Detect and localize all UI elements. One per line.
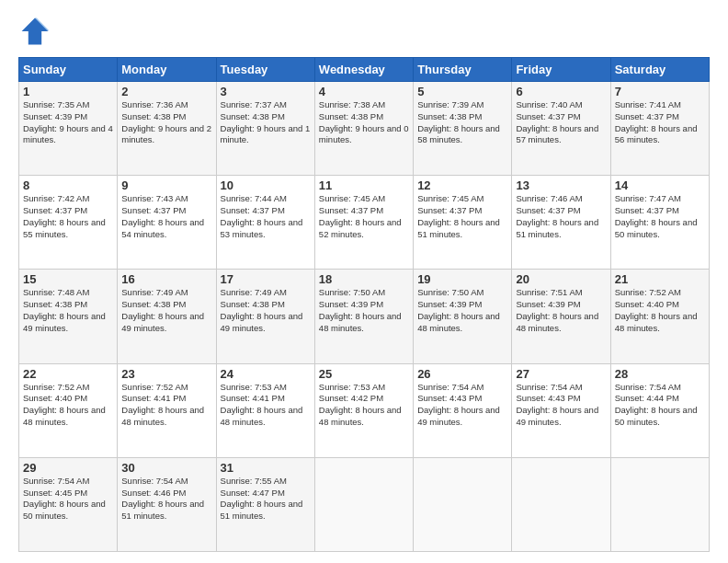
calendar-table: SundayMondayTuesdayWednesdayThursdayFrid… — [18, 57, 710, 552]
calendar-cell: 22Sunrise: 7:52 AMSunset: 4:40 PMDayligh… — [19, 363, 118, 457]
day-detail: Sunrise: 7:51 AMSunset: 4:39 PMDaylight:… — [516, 287, 606, 334]
day-number: 20 — [516, 272, 606, 286]
svg-marker-0 — [22, 18, 49, 45]
day-number: 21 — [615, 272, 705, 286]
calendar-cell: 5Sunrise: 7:39 AMSunset: 4:38 PMDaylight… — [414, 82, 512, 176]
day-detail: Sunrise: 7:54 AMSunset: 4:43 PMDaylight:… — [417, 382, 507, 429]
day-number: 9 — [121, 178, 211, 192]
weekday-header-sunday: Sunday — [19, 58, 118, 82]
logo — [18, 15, 55, 48]
calendar-cell: 8Sunrise: 7:42 AMSunset: 4:37 PMDaylight… — [19, 176, 118, 270]
calendar-cell: 20Sunrise: 7:51 AMSunset: 4:39 PMDayligh… — [512, 270, 610, 363]
day-number: 31 — [221, 461, 311, 475]
day-detail: Sunrise: 7:35 AMSunset: 4:39 PMDaylight:… — [23, 99, 113, 146]
day-number: 13 — [516, 178, 606, 192]
day-number: 7 — [615, 85, 705, 98]
day-detail: Sunrise: 7:47 AMSunset: 4:37 PMDaylight:… — [615, 193, 705, 240]
calendar-cell: 4Sunrise: 7:38 AMSunset: 4:38 PMDaylight… — [314, 82, 413, 176]
weekday-header-tuesday: Tuesday — [216, 58, 314, 82]
calendar-cell: 30Sunrise: 7:54 AMSunset: 4:46 PMDayligh… — [118, 457, 216, 551]
calendar-cell: 21Sunrise: 7:52 AMSunset: 4:40 PMDayligh… — [610, 270, 709, 363]
day-detail: Sunrise: 7:44 AMSunset: 4:37 PMDaylight:… — [221, 193, 311, 240]
weekday-header-monday: Monday — [118, 58, 216, 82]
day-detail: Sunrise: 7:37 AMSunset: 4:38 PMDaylight:… — [221, 99, 311, 146]
day-number: 27 — [516, 367, 606, 381]
calendar-week-4: 22Sunrise: 7:52 AMSunset: 4:40 PMDayligh… — [19, 363, 710, 457]
calendar-cell: 27Sunrise: 7:54 AMSunset: 4:43 PMDayligh… — [512, 363, 610, 457]
day-detail: Sunrise: 7:43 AMSunset: 4:37 PMDaylight:… — [121, 193, 211, 240]
day-detail: Sunrise: 7:39 AMSunset: 4:38 PMDaylight:… — [417, 99, 507, 146]
header — [18, 15, 710, 48]
day-detail: Sunrise: 7:38 AMSunset: 4:38 PMDaylight:… — [319, 99, 409, 146]
day-number: 17 — [221, 272, 311, 286]
calendar-week-2: 8Sunrise: 7:42 AMSunset: 4:37 PMDaylight… — [19, 176, 710, 270]
logo-icon — [18, 15, 51, 48]
day-detail: Sunrise: 7:54 AMSunset: 4:45 PMDaylight:… — [23, 476, 113, 523]
day-number: 29 — [23, 461, 113, 475]
day-detail: Sunrise: 7:36 AMSunset: 4:38 PMDaylight:… — [121, 99, 211, 146]
day-detail: Sunrise: 7:48 AMSunset: 4:38 PMDaylight:… — [23, 287, 113, 334]
day-number: 22 — [23, 367, 113, 381]
day-number: 18 — [319, 272, 409, 286]
calendar-week-1: 1Sunrise: 7:35 AMSunset: 4:39 PMDaylight… — [19, 82, 710, 176]
day-detail: Sunrise: 7:49 AMSunset: 4:38 PMDaylight:… — [221, 287, 311, 334]
day-number: 8 — [23, 178, 113, 192]
calendar-cell — [610, 457, 709, 551]
day-detail: Sunrise: 7:55 AMSunset: 4:47 PMDaylight:… — [221, 476, 311, 523]
weekday-header-row: SundayMondayTuesdayWednesdayThursdayFrid… — [19, 58, 710, 82]
day-detail: Sunrise: 7:42 AMSunset: 4:37 PMDaylight:… — [23, 193, 113, 240]
calendar-cell: 11Sunrise: 7:45 AMSunset: 4:37 PMDayligh… — [314, 176, 413, 270]
day-detail: Sunrise: 7:52 AMSunset: 4:40 PMDaylight:… — [23, 382, 113, 429]
day-number: 24 — [221, 367, 311, 381]
day-number: 5 — [417, 85, 507, 98]
calendar-cell: 6Sunrise: 7:40 AMSunset: 4:37 PMDaylight… — [512, 82, 610, 176]
day-detail: Sunrise: 7:46 AMSunset: 4:37 PMDaylight:… — [516, 193, 606, 240]
day-detail: Sunrise: 7:54 AMSunset: 4:44 PMDaylight:… — [615, 382, 705, 429]
day-number: 26 — [417, 367, 507, 381]
day-number: 19 — [417, 272, 507, 286]
day-number: 2 — [121, 85, 211, 98]
calendar-cell: 28Sunrise: 7:54 AMSunset: 4:44 PMDayligh… — [610, 363, 709, 457]
calendar-cell: 17Sunrise: 7:49 AMSunset: 4:38 PMDayligh… — [216, 270, 314, 363]
calendar-week-3: 15Sunrise: 7:48 AMSunset: 4:38 PMDayligh… — [19, 270, 710, 363]
calendar-cell: 3Sunrise: 7:37 AMSunset: 4:38 PMDaylight… — [216, 82, 314, 176]
day-detail: Sunrise: 7:41 AMSunset: 4:37 PMDaylight:… — [615, 99, 705, 146]
calendar-cell: 25Sunrise: 7:53 AMSunset: 4:42 PMDayligh… — [314, 363, 413, 457]
weekday-header-thursday: Thursday — [414, 58, 512, 82]
day-detail: Sunrise: 7:50 AMSunset: 4:39 PMDaylight:… — [319, 287, 409, 334]
calendar-cell: 24Sunrise: 7:53 AMSunset: 4:41 PMDayligh… — [216, 363, 314, 457]
day-detail: Sunrise: 7:53 AMSunset: 4:42 PMDaylight:… — [319, 382, 409, 429]
calendar-cell: 7Sunrise: 7:41 AMSunset: 4:37 PMDaylight… — [610, 82, 709, 176]
day-detail: Sunrise: 7:49 AMSunset: 4:38 PMDaylight:… — [121, 287, 211, 334]
day-number: 14 — [615, 178, 705, 192]
calendar-cell — [414, 457, 512, 551]
calendar-cell — [512, 457, 610, 551]
day-detail: Sunrise: 7:40 AMSunset: 4:37 PMDaylight:… — [516, 99, 606, 146]
day-number: 16 — [121, 272, 211, 286]
day-detail: Sunrise: 7:53 AMSunset: 4:41 PMDaylight:… — [221, 382, 311, 429]
day-number: 4 — [319, 85, 409, 98]
day-number: 3 — [221, 85, 311, 98]
day-number: 28 — [615, 367, 705, 381]
day-detail: Sunrise: 7:50 AMSunset: 4:39 PMDaylight:… — [417, 287, 507, 334]
day-number: 12 — [417, 178, 507, 192]
day-detail: Sunrise: 7:52 AMSunset: 4:41 PMDaylight:… — [121, 382, 211, 429]
calendar-week-5: 29Sunrise: 7:54 AMSunset: 4:45 PMDayligh… — [19, 457, 710, 551]
calendar-cell: 12Sunrise: 7:45 AMSunset: 4:37 PMDayligh… — [414, 176, 512, 270]
day-detail: Sunrise: 7:52 AMSunset: 4:40 PMDaylight:… — [615, 287, 705, 334]
calendar-cell: 13Sunrise: 7:46 AMSunset: 4:37 PMDayligh… — [512, 176, 610, 270]
calendar-cell: 10Sunrise: 7:44 AMSunset: 4:37 PMDayligh… — [216, 176, 314, 270]
day-detail: Sunrise: 7:54 AMSunset: 4:43 PMDaylight:… — [516, 382, 606, 429]
day-number: 23 — [121, 367, 211, 381]
calendar-cell: 26Sunrise: 7:54 AMSunset: 4:43 PMDayligh… — [414, 363, 512, 457]
calendar-cell: 15Sunrise: 7:48 AMSunset: 4:38 PMDayligh… — [19, 270, 118, 363]
day-number: 1 — [23, 85, 113, 98]
weekday-header-saturday: Saturday — [610, 58, 709, 82]
weekday-header-friday: Friday — [512, 58, 610, 82]
day-number: 6 — [516, 85, 606, 98]
calendar-cell — [314, 457, 413, 551]
day-detail: Sunrise: 7:45 AMSunset: 4:37 PMDaylight:… — [417, 193, 507, 240]
calendar-cell: 18Sunrise: 7:50 AMSunset: 4:39 PMDayligh… — [314, 270, 413, 363]
calendar-cell: 29Sunrise: 7:54 AMSunset: 4:45 PMDayligh… — [19, 457, 118, 551]
day-detail: Sunrise: 7:45 AMSunset: 4:37 PMDaylight:… — [319, 193, 409, 240]
